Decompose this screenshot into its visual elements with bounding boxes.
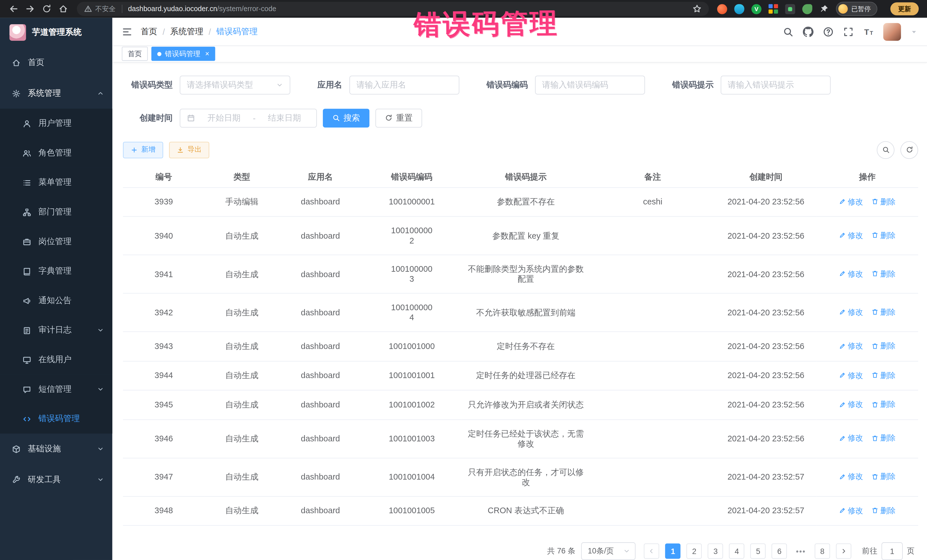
search-icon[interactable]	[783, 26, 793, 37]
refresh-table-button[interactable]	[900, 141, 918, 159]
error-hint-input[interactable]: 请输入错误码提示	[721, 75, 831, 94]
edit-button[interactable]: 修改	[839, 307, 863, 317]
sidebar-item-notice-announcement[interactable]: 通知公告	[0, 286, 112, 316]
reset-button-label: 重置	[396, 112, 413, 123]
delete-button[interactable]: 删除	[871, 472, 896, 482]
tab-home[interactable]: 首页	[122, 47, 148, 61]
delete-button[interactable]: 删除	[871, 230, 896, 240]
delete-button[interactable]: 删除	[871, 399, 896, 409]
delete-button[interactable]: 删除	[871, 505, 896, 515]
sidebar-item-dev-tools[interactable]: 研发工具	[0, 464, 112, 495]
delete-button[interactable]: 删除	[871, 196, 896, 206]
sidebar-item-home[interactable]: 首页	[0, 47, 112, 78]
delete-button[interactable]: 删除	[871, 433, 896, 443]
toggle-search-button[interactable]	[877, 141, 895, 159]
edit-button[interactable]: 修改	[839, 269, 863, 279]
date-range-picker[interactable]: 开始日期 - 结束日期	[180, 108, 317, 127]
pagination-page-1[interactable]: 1	[666, 543, 681, 559]
sidebar-item-menu-management[interactable]: 菜单管理	[0, 168, 112, 197]
export-button[interactable]: 导出	[169, 141, 209, 158]
sidebar-item-position-management[interactable]: 岗位管理	[0, 227, 112, 256]
extension-grid-icon[interactable]	[769, 4, 778, 14]
help-icon[interactable]	[823, 26, 833, 37]
extension-droplet-icon[interactable]	[734, 4, 744, 14]
cell-created-time: 2021-04-20 23:52:57	[727, 472, 804, 481]
pagination-page-5[interactable]: 5	[751, 543, 766, 559]
cell-id: 3944	[155, 370, 173, 380]
sidebar-item-audit-log[interactable]: 审计日志	[0, 316, 112, 345]
pagination-page-6[interactable]: 6	[772, 543, 787, 559]
extension-dark-icon[interactable]	[785, 4, 795, 14]
fullscreen-icon[interactable]	[843, 26, 854, 37]
user-avatar[interactable]	[883, 23, 901, 41]
extension-red-icon[interactable]	[717, 4, 727, 14]
pagination-next-button[interactable]	[836, 543, 851, 559]
breadcrumb-system[interactable]: 系统管理	[170, 26, 204, 37]
sidebar-item-online-users[interactable]: 在线用户	[0, 345, 112, 375]
browser-back-button[interactable]	[6, 1, 21, 17]
error-type-select[interactable]: 请选择错误码类型	[180, 75, 290, 94]
sidebar-item-label: 错误码管理	[38, 413, 80, 424]
delete-button[interactable]: 删除	[871, 269, 896, 279]
search-button[interactable]: 搜索	[323, 108, 370, 127]
edit-button[interactable]: 修改	[839, 196, 863, 206]
edit-button[interactable]: 修改	[839, 505, 863, 515]
edit-label: 修改	[848, 399, 863, 409]
sidebar-item-system-management[interactable]: 系统管理	[0, 78, 112, 109]
browser-forward-button[interactable]	[23, 1, 38, 17]
sidebar-item-infrastructure[interactable]: 基础设施	[0, 434, 112, 464]
extension-green-icon[interactable]: V	[751, 4, 761, 14]
reset-button[interactable]: 重置	[375, 108, 422, 127]
pagination-page-8[interactable]: 8	[815, 543, 830, 559]
github-icon[interactable]	[803, 26, 813, 37]
add-button[interactable]: 新增	[123, 141, 163, 158]
profile-paused-chip[interactable]: 已暂停	[836, 2, 877, 16]
sidebar-item-user-management[interactable]: 用户管理	[0, 109, 112, 138]
browser-home-button[interactable]	[56, 1, 71, 17]
sidebar-item-role-management[interactable]: 角色管理	[0, 138, 112, 168]
pagination-page-2[interactable]: 2	[687, 543, 702, 559]
page-size-select[interactable]: 10条/页	[581, 542, 636, 560]
pagination-page-4[interactable]: 4	[729, 543, 745, 559]
cell-created-time: 2021-04-20 23:52:56	[727, 400, 804, 409]
sidebar-item-sms-management[interactable]: 短信管理	[0, 374, 112, 404]
app-name-input[interactable]: 请输入应用名	[350, 75, 459, 94]
error-code-input[interactable]: 请输入错误码编码	[535, 75, 645, 94]
browser-update-button[interactable]: 更新	[890, 2, 918, 15]
extension-leaf-icon[interactable]	[802, 4, 812, 14]
sidebar-item-department-management[interactable]: 部门管理	[0, 197, 112, 227]
edit-button[interactable]: 修改	[839, 472, 863, 482]
chevron-down-icon	[97, 445, 104, 452]
cell-error-hint: 定时任务不存在	[497, 341, 555, 351]
table-row: 3944 自动生成 dashboard 1001001001 定时任务的处理器已…	[123, 361, 918, 390]
pagination-goto-input[interactable]: 1	[881, 542, 903, 560]
breadcrumb-home[interactable]: 首页	[141, 26, 157, 37]
pagination-page-3[interactable]: 3	[708, 543, 723, 559]
filter-code-label: 错误码编码	[486, 80, 528, 90]
pagination-ellipsis[interactable]: •••	[793, 543, 808, 559]
edit-button[interactable]: 修改	[839, 370, 863, 380]
font-size-icon[interactable]: TT	[863, 26, 874, 37]
delete-button[interactable]: 删除	[871, 341, 896, 351]
edit-button[interactable]: 修改	[839, 399, 863, 409]
sidebar-item-error-code-management[interactable]: 错误码管理	[0, 404, 112, 434]
edit-button[interactable]: 修改	[839, 230, 863, 240]
logo-image	[9, 24, 26, 41]
delete-button[interactable]: 删除	[871, 307, 896, 317]
bookmark-star-icon[interactable]	[692, 4, 702, 14]
cell-id: 3945	[155, 400, 173, 409]
delete-button[interactable]: 删除	[871, 370, 896, 380]
edit-button[interactable]: 修改	[839, 341, 863, 351]
browser-reload-button[interactable]	[39, 1, 55, 17]
app-logo[interactable]: 芋道管理系统	[0, 18, 112, 47]
sidebar-collapse-button[interactable]	[122, 26, 132, 37]
chevron-down-icon[interactable]	[910, 28, 918, 35]
tab-error-code[interactable]: 错误码管理 ×	[152, 47, 215, 61]
edit-button[interactable]: 修改	[839, 433, 863, 443]
sidebar-item-dict-management[interactable]: 字典管理	[0, 256, 112, 286]
pagination-prev-button[interactable]	[644, 543, 660, 559]
extensions-pin-icon[interactable]	[819, 4, 829, 14]
site-security-badge[interactable]: 不安全	[84, 5, 115, 14]
close-icon[interactable]: ×	[205, 50, 209, 58]
address-bar[interactable]: 不安全 dashboard.yudao.iocoder.cn/system/er…	[77, 2, 709, 16]
